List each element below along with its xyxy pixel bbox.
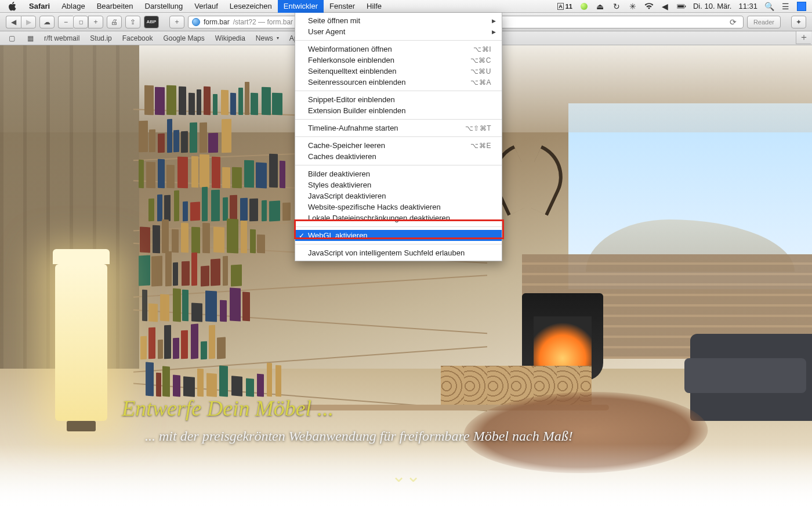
volume-icon[interactable]: ◀	[661, 2, 670, 11]
menu-item[interactable]: Cache-Speicher leeren⌥⌘E	[295, 140, 502, 151]
developer-menu-dropdown: Seite öffnen mitUser AgentWebinformation…	[295, 13, 502, 261]
zoom-in-button[interactable]: ＋	[88, 16, 103, 28]
bluetooth-icon[interactable]: ✳	[628, 2, 637, 11]
bookmark-item[interactable]: Facebook	[122, 34, 153, 42]
menu-darstellung[interactable]: Darstellung	[139, 0, 189, 13]
menu-item[interactable]: Caches deaktivieren	[295, 151, 502, 162]
svg-rect-1	[677, 5, 684, 8]
bookmark-item[interactable]: Google Maps	[163, 34, 204, 42]
menu-item[interactable]: User Agent	[295, 26, 502, 37]
menu-item[interactable]: Fehlerkonsole einblenden⌥⌘C	[295, 55, 502, 66]
airplay-icon[interactable]: ⏏	[596, 2, 605, 11]
menu-item[interactable]: JavaScript deaktivieren	[295, 190, 502, 201]
menu-item[interactable]: Webinformationen öffnen⌥⌘I	[295, 44, 502, 55]
timemachine-icon[interactable]: ↻	[612, 2, 621, 11]
new-tab-button[interactable]: ＋	[796, 31, 811, 44]
topsites-icon[interactable]: ▦	[26, 34, 35, 43]
bottom-fade	[0, 444, 812, 508]
menu-item[interactable]: Snippet-Editor einblenden	[295, 94, 502, 105]
menu-item[interactable]: Styles deaktivieren	[295, 179, 502, 190]
menu-item[interactable]: Bilder deaktivieren	[295, 168, 502, 179]
menu-item[interactable]: Lokale Dateieinschränkungen deaktivieren	[295, 212, 502, 224]
bookmark-item[interactable]: News▾	[256, 34, 279, 42]
hero-headline: Entwerfe Dein Möbel ...	[122, 395, 334, 421]
menu-fenster[interactable]: Fenster	[324, 0, 361, 13]
antlers-decor	[493, 150, 563, 219]
floor-lamp	[55, 264, 107, 421]
menu-lesezeichen[interactable]: Lesezeichen	[224, 0, 278, 13]
macos-menubar: Safari AblageBearbeitenDarstellungVerlau…	[0, 0, 812, 13]
menu-item[interactable]: Seite öffnen mit	[295, 15, 502, 26]
bookmarks-book-icon[interactable]: ▢	[7, 34, 16, 43]
bookmark-item[interactable]: r/ft webmail	[44, 34, 79, 42]
hero-subline: ... mit der preisgekrönten Webanwendung …	[145, 428, 573, 444]
menu-item[interactable]: Website-spezifische Hacks deaktivieren	[295, 201, 502, 212]
add-bookmark-button[interactable]: ＋	[169, 16, 184, 28]
adobe-indicator[interactable]: A11	[557, 3, 572, 10]
green-dot-icon[interactable]	[579, 2, 589, 11]
icloud-tabs-button[interactable]: ☁	[39, 16, 55, 28]
print-button[interactable]: 🖨	[107, 16, 122, 28]
wifi-icon[interactable]	[644, 2, 654, 11]
apple-menu-icon[interactable]	[7, 1, 17, 12]
zoom-out-button[interactable]: −	[58, 16, 73, 28]
menu-item[interactable]: Seitenquelltext einblenden⌥⌘U	[295, 66, 502, 77]
notification-center-icon[interactable]	[797, 2, 806, 11]
menubar-status-area: A11 ⏏ ↻ ✳ ◀ Di. 10. Mär. 11:31 🔍 ☰	[557, 2, 812, 11]
svg-rect-2	[685, 5, 686, 7]
bookmark-item[interactable]: Wikipedia	[215, 34, 245, 42]
share-button[interactable]: ⇪	[125, 16, 140, 28]
menu-item[interactable]: Seitenressourcen einblenden⌥⌘A	[295, 77, 502, 88]
bookmark-item[interactable]: Stud.ip	[90, 34, 111, 42]
url-domain: form.bar	[204, 18, 230, 26]
list-icon[interactable]: ☰	[781, 2, 790, 11]
menu-item[interactable]: Extension Builder einblenden	[295, 105, 502, 116]
sofa	[690, 334, 812, 421]
menu-hilfe[interactable]: Hilfe	[361, 0, 387, 13]
forward-button[interactable]: ▶	[21, 16, 36, 28]
menu-ablage[interactable]: Ablage	[56, 0, 90, 13]
menubar-time[interactable]: 11:31	[738, 2, 757, 10]
reload-icon[interactable]: ⟳	[727, 17, 740, 27]
abp-button[interactable]: ABP	[144, 16, 159, 28]
menu-bearbeiten[interactable]: Bearbeiten	[91, 0, 139, 13]
spotlight-icon[interactable]: 🔍	[764, 2, 774, 11]
battery-icon[interactable]	[677, 2, 686, 11]
menubar-date[interactable]: Di. 10. Mär.	[693, 2, 731, 10]
app-name[interactable]: Safari	[23, 2, 56, 10]
reader-button[interactable]: Reader	[747, 16, 781, 28]
zoom-reset-button[interactable]: ◻	[73, 16, 88, 28]
site-favicon-icon	[192, 18, 200, 26]
menu-item[interactable]: Timeline-Aufnahme starten⌥⇧⌘T	[295, 123, 502, 134]
nav-buttons: ◀ ▶	[6, 16, 36, 28]
menu-entwickler[interactable]: Entwickler	[278, 0, 324, 13]
url-path: /start?2 — form.bar	[233, 18, 293, 26]
back-button[interactable]: ◀	[6, 16, 21, 28]
menu-item[interactable]: JavaScript von intelligentem Suchfeld er…	[295, 247, 502, 258]
menu-item[interactable]: ✓WebGL aktivieren	[295, 230, 502, 241]
page-settings-button[interactable]: ✦	[791, 16, 806, 28]
menu-verlauf[interactable]: Verlauf	[188, 0, 223, 13]
